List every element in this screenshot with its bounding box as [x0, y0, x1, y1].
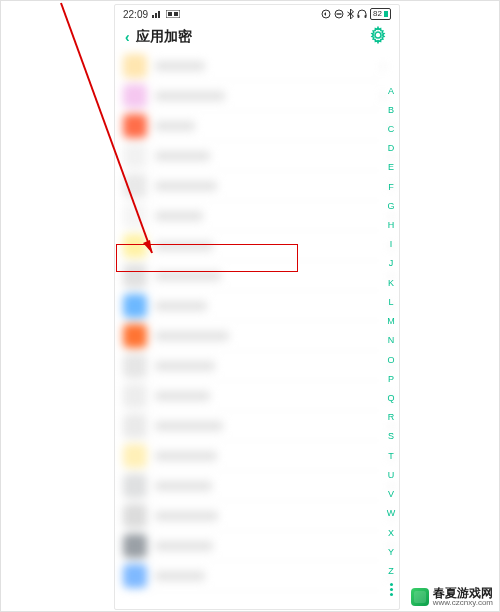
app-icon: [123, 234, 147, 258]
app-label: [155, 331, 229, 341]
app-list[interactable]: ››››››››››››››››››: [115, 51, 399, 609]
app-row[interactable]: ›: [123, 381, 381, 411]
index-letter[interactable]: D: [388, 141, 395, 157]
back-button[interactable]: ‹: [125, 29, 130, 45]
app-label: [155, 61, 205, 71]
app-icon: [123, 114, 147, 138]
app-row[interactable]: ›: [123, 561, 381, 591]
app-row[interactable]: ›: [123, 171, 381, 201]
app-icon: [123, 474, 147, 498]
app-icon: [123, 294, 147, 318]
app-row[interactable]: ›: [123, 141, 381, 171]
app-label: [155, 541, 213, 551]
index-letter[interactable]: T: [388, 448, 394, 464]
app-row[interactable]: ›: [123, 471, 381, 501]
app-icon: [123, 444, 147, 468]
app-label: [155, 451, 217, 461]
index-letter[interactable]: M: [387, 314, 395, 330]
index-letter[interactable]: R: [388, 410, 395, 426]
canvas: 22:09 82 ‹ 应用加密: [0, 0, 500, 612]
svg-rect-0: [152, 15, 154, 18]
svg-rect-9: [358, 15, 360, 18]
status-left: 22:09: [123, 9, 180, 20]
app-label: [155, 181, 217, 191]
index-letter[interactable]: Z: [388, 563, 394, 579]
phone-frame: 22:09 82 ‹ 应用加密: [114, 4, 400, 610]
index-more-icon[interactable]: [390, 583, 393, 599]
titlebar: ‹ 应用加密: [115, 23, 399, 51]
app-label: [155, 121, 195, 131]
index-letter[interactable]: C: [388, 121, 395, 137]
app-icon: [123, 504, 147, 528]
app-icon: [123, 384, 147, 408]
app-icon: [123, 204, 147, 228]
app-icon: [123, 264, 147, 288]
settings-button[interactable]: [369, 26, 387, 48]
alpha-index[interactable]: ABCDEFGHIJKLMNOPQRSTUVWXYZ: [385, 83, 397, 599]
app-icon: [123, 564, 147, 588]
app-label: [155, 361, 215, 371]
index-letter[interactable]: W: [387, 506, 396, 522]
dnd-icon: [334, 9, 344, 19]
index-letter[interactable]: J: [389, 256, 394, 272]
app-label: [155, 271, 221, 281]
index-letter[interactable]: L: [388, 294, 393, 310]
app-row[interactable]: ›: [123, 351, 381, 381]
index-letter[interactable]: B: [388, 102, 394, 118]
battery-widget: 82: [370, 8, 391, 20]
chevron-right-icon: ›: [381, 59, 385, 73]
index-letter[interactable]: S: [388, 429, 394, 445]
svg-rect-10: [365, 15, 367, 18]
app-row[interactable]: ›: [123, 51, 381, 81]
app-icon: [123, 534, 147, 558]
index-letter[interactable]: O: [387, 352, 394, 368]
app-label: [155, 241, 213, 251]
app-row[interactable]: ›: [123, 411, 381, 441]
app-row[interactable]: ›: [123, 531, 381, 561]
index-letter[interactable]: V: [388, 487, 394, 503]
index-letter[interactable]: E: [388, 160, 394, 176]
index-letter[interactable]: K: [388, 275, 394, 291]
index-letter[interactable]: F: [388, 179, 394, 195]
svg-rect-1: [155, 13, 157, 18]
index-letter[interactable]: G: [387, 198, 394, 214]
app-icon: [123, 324, 147, 348]
status-right: 82: [321, 8, 391, 20]
app-icon: [123, 144, 147, 168]
app-label: [155, 211, 203, 221]
index-letter[interactable]: X: [388, 525, 394, 541]
watermark-logo-icon: [411, 588, 429, 606]
app-label: [155, 151, 210, 161]
app-label: [155, 301, 207, 311]
svg-rect-4: [168, 12, 172, 16]
index-letter[interactable]: Y: [388, 544, 394, 560]
app-label: [155, 511, 218, 521]
app-label: [155, 91, 225, 101]
index-letter[interactable]: Q: [387, 391, 394, 407]
index-letter[interactable]: I: [390, 237, 393, 253]
app-icon: [123, 354, 147, 378]
app-row[interactable]: ›: [123, 81, 381, 111]
index-letter[interactable]: H: [388, 218, 395, 234]
battery-percent: 82: [373, 10, 382, 18]
index-letter[interactable]: U: [388, 467, 395, 483]
app-row[interactable]: ›: [123, 201, 381, 231]
app-row[interactable]: ›: [123, 291, 381, 321]
app-label: [155, 571, 205, 581]
app-icon: [123, 414, 147, 438]
svg-rect-8: [337, 13, 342, 14]
app-row[interactable]: ›: [123, 231, 381, 261]
index-letter[interactable]: A: [388, 83, 394, 99]
headphones-icon: [357, 9, 367, 19]
app-label: [155, 481, 212, 491]
app-row[interactable]: ›: [123, 261, 381, 291]
app-row[interactable]: ›: [123, 501, 381, 531]
status-bar: 22:09 82: [115, 5, 399, 23]
app-row[interactable]: ›: [123, 111, 381, 141]
hd-icon: [166, 10, 180, 18]
index-letter[interactable]: P: [388, 371, 394, 387]
index-letter[interactable]: N: [388, 333, 395, 349]
app-row[interactable]: ›: [123, 441, 381, 471]
app-row[interactable]: ›: [123, 321, 381, 351]
app-label: [155, 421, 223, 431]
